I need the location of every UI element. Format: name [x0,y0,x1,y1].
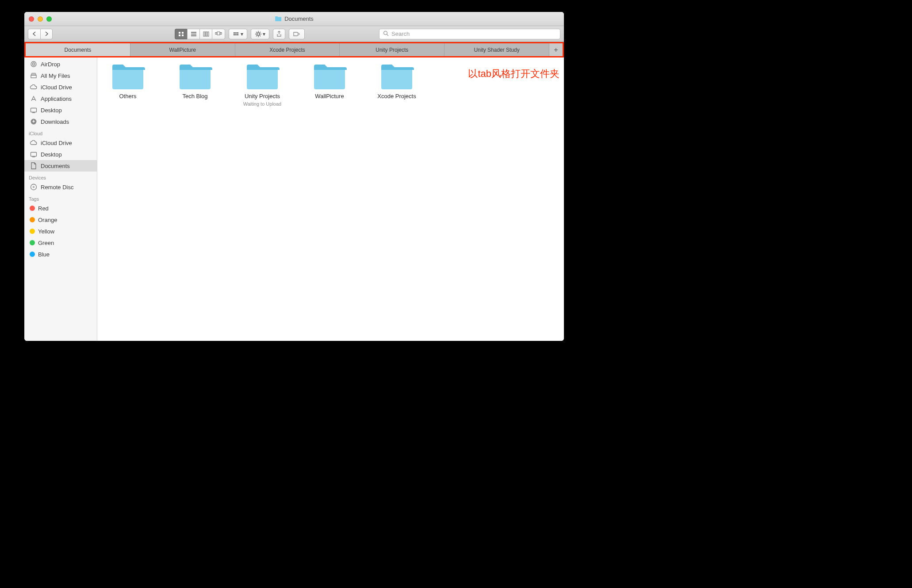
folder-unity-projects[interactable]: Unity Projects Waiting to Upload [238,64,287,107]
svg-line-27 [260,32,261,33]
window-body: AirDrop All My Files iCloud Drive Applic… [24,57,564,341]
folder-label: Xcode Projects [377,93,416,99]
tag-dot-icon [30,206,35,211]
folder-xcode-projects[interactable]: Xcode Projects [372,64,421,99]
sidebar-item-downloads[interactable]: Downloads [24,116,97,127]
svg-point-42 [31,184,37,190]
sidebar-item-label: Orange [38,217,57,223]
sidebar-item-all-my-files[interactable]: All My Files [24,70,97,81]
tab-unity-projects[interactable]: Unity Projects [340,43,445,56]
sidebar-item-documents[interactable]: Documents [24,160,97,172]
sidebar-tag-blue[interactable]: Blue [24,248,97,260]
sidebar-item-label: Yellow [38,228,54,235]
svg-rect-7 [203,32,205,36]
folder-wallpicture[interactable]: WallPicture [305,64,354,99]
action-button[interactable]: ▾ [251,29,269,39]
folder-label: WallPicture [315,93,344,99]
svg-rect-15 [237,32,238,34]
forward-button[interactable] [40,29,53,39]
downloads-icon [30,118,38,126]
sidebar-tag-green[interactable]: Green [24,237,97,248]
column-view-button[interactable] [199,29,212,39]
folder-others[interactable]: Others [103,64,152,99]
svg-point-29 [384,31,387,34]
svg-rect-5 [191,34,196,34]
sidebar-item-label: All My Files [41,73,70,79]
titlebar: Documents [24,12,564,26]
sidebar-item-remote-disc[interactable]: Remote Disc [24,181,97,193]
nav-buttons [28,29,53,39]
sidebar-tag-yellow[interactable]: Yellow [24,225,97,237]
sidebar-item-label: Documents [41,163,70,169]
sidebar-tag-red[interactable]: Red [24,202,97,214]
svg-rect-3 [182,34,184,36]
tab-documents[interactable]: Documents [26,43,130,56]
svg-rect-40 [31,152,37,156]
sidebar-item-label: iCloud Drive [41,84,72,91]
tab-xcode-projects[interactable]: Xcode Projects [235,43,340,56]
action-group: ▾ [251,29,269,39]
sidebar-item-label: Desktop [41,151,62,158]
search-placeholder: Search [391,31,410,37]
svg-point-33 [33,64,34,65]
tag-dot-icon [30,240,35,245]
sidebar-item-label: Downloads [41,118,69,125]
maximize-button[interactable] [46,16,52,22]
tabbar: Documents WallPicture Xcode Projects Uni… [24,42,564,57]
window-title: Documents [275,15,314,22]
folder-tech-blog[interactable]: Tech Blog [171,64,219,99]
svg-rect-2 [179,34,180,36]
arrange-button[interactable]: ▾ [229,29,247,39]
tag-dot-icon [30,217,35,222]
list-view-button[interactable] [187,29,199,39]
svg-rect-36 [32,73,35,74]
tab-unity-shader-study[interactable]: Unity Shader Study [445,43,549,56]
folder-status: Waiting to Upload [243,101,281,107]
folder-icon [111,64,145,91]
svg-point-19 [257,33,260,35]
search-input[interactable]: Search [379,29,560,39]
tag-dot-icon [30,252,35,257]
window-title-text: Documents [284,15,314,22]
svg-rect-14 [235,32,237,34]
minimize-button[interactable] [38,16,43,22]
folder-icon [275,16,282,22]
sidebar-item-label: Desktop [41,107,62,114]
sidebar: AirDrop All My Files iCloud Drive Applic… [24,57,97,341]
arrange-group: ▾ [229,29,247,39]
sidebar-item-label: Blue [38,251,50,258]
folder-icon [312,64,347,91]
content-area[interactable]: Others Tech Blog Unity Projects Waiting … [97,57,564,341]
cloud-icon [30,83,38,91]
folder-label: Unity Projects [245,93,280,99]
new-tab-button[interactable]: + [549,43,563,56]
tags-button[interactable] [289,29,305,39]
folder-icon [245,64,280,91]
sidebar-tag-orange[interactable]: Orange [24,214,97,225]
sidebar-item-label: Applications [41,95,72,102]
applications-icon [30,95,38,103]
documents-icon [30,162,38,170]
sidebar-item-label: iCloud Drive [41,140,72,146]
desktop-icon [30,106,38,114]
sidebar-item-label: Remote Disc [41,184,73,191]
svg-line-26 [256,35,257,36]
sidebar-item-label: Red [38,205,49,212]
icon-view-button[interactable] [175,29,187,39]
close-button[interactable] [29,16,34,22]
sidebar-item-icloud-drive[interactable]: iCloud Drive [24,137,97,149]
sidebar-item-label: AirDrop [41,61,60,68]
tab-wallpicture[interactable]: WallPicture [130,43,235,56]
sidebar-item-applications[interactable]: Applications [24,93,97,104]
share-button[interactable] [273,29,285,39]
sidebar-section-tags: Tags [24,193,97,202]
sidebar-item-desktop-icloud[interactable]: Desktop [24,149,97,160]
svg-rect-0 [179,32,180,34]
coverflow-view-button[interactable] [212,29,225,39]
sidebar-item-desktop-fav[interactable]: Desktop [24,104,97,116]
svg-line-25 [260,35,261,36]
back-button[interactable] [28,29,40,39]
svg-rect-8 [205,32,207,36]
sidebar-item-icloud-drive-fav[interactable]: iCloud Drive [24,81,97,93]
sidebar-item-airdrop[interactable]: AirDrop [24,58,97,70]
